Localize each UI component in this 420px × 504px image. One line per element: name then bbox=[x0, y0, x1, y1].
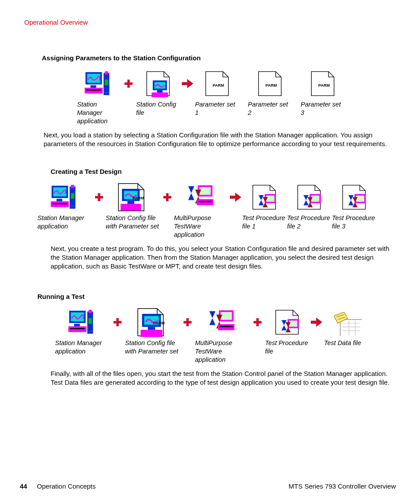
caption: Test Procedure file bbox=[265, 339, 309, 356]
caption: Station Config file with Parameter set bbox=[106, 214, 161, 231]
caption: MultiPurpose TestWare application bbox=[195, 339, 250, 364]
body-assigning: Next, you load a station by selecting a … bbox=[44, 131, 396, 149]
arrow-icon bbox=[182, 70, 193, 97]
item-tpf: Test Procedure file bbox=[265, 309, 309, 356]
parm-label: PARM bbox=[213, 83, 224, 88]
plus-icon bbox=[123, 70, 134, 97]
heading-creating: Creating a Test Design bbox=[51, 167, 396, 176]
file-icon bbox=[251, 184, 278, 211]
file-icon: PARM bbox=[203, 70, 231, 97]
footer-doc-title: MTS Series 793 Controller Overview bbox=[289, 482, 396, 491]
file-icon bbox=[144, 70, 172, 97]
body-creating: Next, you create a test program. To do t… bbox=[51, 244, 396, 271]
data-file-icon bbox=[330, 309, 362, 336]
item-tdf: Test Data file bbox=[324, 309, 368, 347]
caption: Test Data file bbox=[324, 339, 361, 347]
file-icon: PARM bbox=[309, 70, 336, 97]
plus-icon bbox=[93, 184, 105, 210]
file-icon bbox=[273, 309, 301, 336]
arrow-icon bbox=[230, 184, 241, 210]
parm-label: PARM bbox=[133, 196, 144, 200]
file-icon: PARM bbox=[131, 307, 175, 338]
file-icon: PARM bbox=[256, 70, 284, 97]
item-tp3: Test Procedure file 3 bbox=[332, 184, 376, 231]
item-param-2: PARM Parameter set 2 bbox=[248, 70, 292, 117]
item-station-manager: Station Manager application bbox=[37, 184, 92, 231]
arrow-icon bbox=[311, 309, 322, 335]
heading-assigning: Assigning Parameters to the Station Conf… bbox=[42, 53, 396, 63]
testware-icon bbox=[186, 185, 217, 209]
page-footer: 44 Operation Concepts MTS Series 793 Con… bbox=[20, 482, 396, 491]
station-manager-icon bbox=[67, 310, 98, 335]
body-running: Finally, with all of the files open, you… bbox=[51, 369, 396, 387]
plus-icon bbox=[162, 184, 173, 210]
caption: Station Manager application bbox=[77, 100, 121, 125]
item-mpt: MultiPurpose TestWare application bbox=[195, 309, 250, 364]
footer-section: Operation Concepts bbox=[37, 482, 96, 490]
item-station-config-parm: PARM Station Config file with Parameter … bbox=[106, 184, 161, 231]
caption: Parameter set 3 bbox=[301, 100, 345, 117]
parm-label: PARM bbox=[318, 83, 330, 88]
file-icon: PARM bbox=[114, 182, 153, 213]
parm-label: PARM bbox=[153, 321, 165, 325]
page-header: Operational Overview bbox=[24, 18, 396, 27]
file-icon bbox=[295, 184, 323, 211]
caption: Parameter set 2 bbox=[248, 100, 292, 117]
flow-creating: Station Manager application PARM Station… bbox=[37, 184, 396, 239]
caption: Station Config file with Parameter set bbox=[125, 339, 180, 356]
caption: Station Manager application bbox=[55, 339, 110, 356]
caption: MultiPurpose TestWare application bbox=[174, 214, 229, 239]
item-station-config: Station Config file bbox=[136, 70, 180, 117]
caption: Test Procedure file 2 bbox=[287, 214, 331, 231]
caption: Station Manager application bbox=[37, 214, 92, 231]
caption: Test Procedure file 3 bbox=[332, 214, 376, 231]
plus-icon bbox=[252, 309, 263, 335]
item-param-1: PARM Parameter set 1 bbox=[195, 70, 239, 117]
flow-assigning: Station Manager application Station Conf… bbox=[42, 70, 396, 125]
item-param-3: PARM Parameter set 3 bbox=[301, 70, 345, 117]
item-tp2: Test Procedure file 2 bbox=[287, 184, 331, 231]
station-manager-icon bbox=[50, 185, 81, 210]
item-station-manager: Station Manager application bbox=[55, 309, 110, 356]
plus-icon bbox=[112, 309, 123, 335]
file-icon bbox=[340, 184, 368, 211]
item-station-config-parm: PARM Station Config file with Parameter … bbox=[125, 309, 180, 356]
page-number: 44 bbox=[20, 482, 27, 490]
item-mpt: MultiPurpose TestWare application bbox=[174, 184, 229, 239]
caption: Test Procedure file 1 bbox=[242, 214, 286, 231]
plus-icon bbox=[182, 309, 193, 335]
parm-label: PARM bbox=[265, 83, 277, 88]
flow-running: Station Manager application PARM Station… bbox=[55, 309, 396, 364]
station-manager-icon bbox=[84, 71, 114, 96]
item-station-manager: Station Manager application bbox=[77, 70, 121, 125]
testware-icon bbox=[207, 310, 238, 334]
caption: Parameter set 1 bbox=[195, 100, 239, 117]
caption: Station Config file bbox=[136, 100, 180, 117]
item-tp1: Test Procedure file 1 bbox=[242, 184, 286, 231]
heading-running: Running a Test bbox=[37, 292, 396, 301]
